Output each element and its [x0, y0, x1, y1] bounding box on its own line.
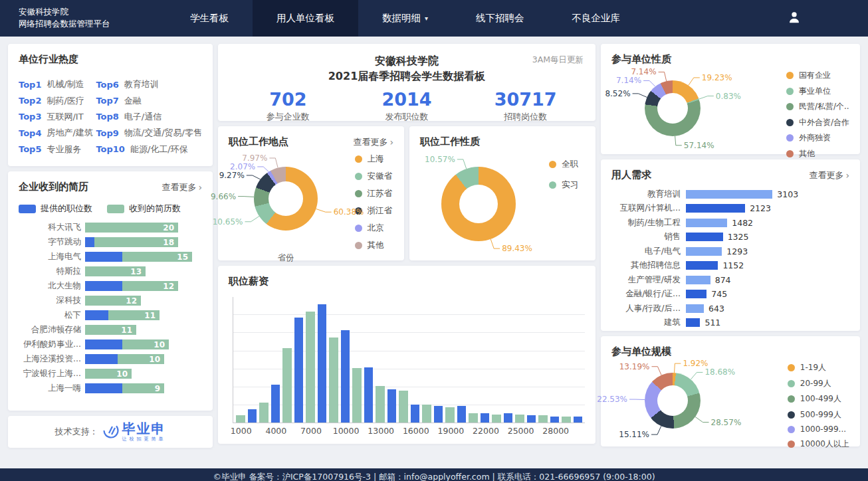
salary-bin-bar [411, 405, 420, 423]
slice-percent-label: 57.14% [684, 141, 714, 150]
table-row: 上海泾溪投资...10 [19, 354, 202, 364]
chevron-right-icon: › [389, 137, 393, 147]
salary-card: 职位薪资 10004000700010000130001600019000220… [218, 266, 596, 444]
industry-name: 金融 [124, 95, 142, 107]
demand-bar [686, 290, 706, 298]
legend-item: 1-19人 [788, 362, 849, 373]
nav-item-label: 数据明细 [382, 12, 421, 25]
legend-item: 其他 [786, 148, 849, 159]
legend-label: 1000-999... [800, 425, 846, 434]
legend-item: 北京 [355, 223, 393, 234]
legend-label: 实习 [562, 179, 578, 191]
industry-name: 能源/化工/环保 [130, 144, 188, 155]
legend-item: 收到的简历数 [107, 203, 181, 215]
table-row: 教育培训3103 [611, 189, 849, 199]
received-resumes-bar: 13 [85, 266, 146, 276]
tech-support-card: 技术支持： 毕业申 让校招更简单 [8, 416, 213, 448]
industry-name: 制药/医疗 [47, 95, 84, 107]
table-row: 特斯拉13 [19, 266, 202, 276]
resumes-view-more-link[interactable]: 查看更多› [162, 181, 202, 193]
salary-bin-bar [457, 406, 467, 423]
nav-item-label: 不良企业库 [572, 12, 621, 25]
industry-item: Top10能源/化工/环保 [96, 142, 202, 157]
nav-item-student-board[interactable]: 学生看板 [166, 0, 253, 37]
demand-category: 其他招聘信息 [611, 260, 686, 271]
demand-view-more-link[interactable]: 查看更多› [809, 169, 849, 181]
industry-name: 房地产/建筑 [47, 127, 92, 139]
slice-percent-label: 7.14% [616, 76, 641, 85]
legend-label: 全职 [562, 159, 578, 170]
table-row: 生产管理/研发874 [611, 275, 849, 284]
table-row: 字节跳动18 [19, 237, 202, 247]
legend-item: 10000人以上 [788, 438, 849, 450]
legend-label: 北京 [368, 223, 384, 234]
job-location-view-more-link[interactable]: 查看更多› [353, 136, 393, 148]
nav-item-offline-fair[interactable]: 线下招聘会 [452, 0, 548, 37]
table-row: 伊利酸奶事业...10 [19, 339, 202, 349]
industry-name: 电子/通信 [124, 111, 162, 123]
legend-label: 中外合资/合作 [799, 117, 849, 128]
legend-dot [549, 161, 556, 168]
bar-value-label: 11 [121, 326, 136, 335]
bar-value-label: 3103 [777, 189, 798, 199]
industry-item: Top6教育培训 [96, 76, 202, 92]
stacked-bar: 13 [85, 266, 146, 276]
industry-item: Top3互联网/IT [19, 109, 96, 125]
salary-bin-bar [329, 337, 338, 423]
table-row: 宁波银行上海...10 [19, 369, 202, 379]
salary-bin-bar [562, 417, 571, 423]
nav-item-employer-board[interactable]: 用人单位看板 [253, 0, 358, 37]
salary-bin-bar [434, 406, 443, 423]
chart-x-axis-label: 省份 [278, 252, 294, 264]
bar-value-label: 9 [155, 384, 164, 393]
nav-item-bad-companies[interactable]: 不良企业库 [548, 0, 645, 37]
slice-percent-label: 7.14% [631, 67, 656, 76]
salary-bin-bar [376, 386, 385, 423]
slice-percent-label: 10.57% [425, 155, 455, 164]
received-resumes-bar: 11 [85, 325, 136, 335]
user-icon[interactable] [787, 10, 802, 27]
industry-heat-title: 单位行业热度 [19, 53, 202, 66]
demand-bar [686, 233, 723, 241]
legend-dot [786, 134, 794, 142]
bar-value-label: 1152 [722, 260, 744, 270]
unit-scale-donut-chart: 1.92%18.68%28.57%15.11%22.53%13.19% [611, 358, 742, 440]
industry-item: Top1机械/制造 [19, 76, 96, 92]
salary-bin-bar [271, 385, 280, 423]
user-menu[interactable] [787, 0, 868, 37]
salary-bin-bar [504, 413, 513, 423]
stacked-bar: 20 [85, 223, 178, 233]
legend-dot [788, 411, 795, 419]
bar-value-label: 10 [116, 369, 132, 379]
slice-percent-label: 13.19% [619, 362, 650, 371]
dashboard-title: 安徽科技学院 2021届春季招聘会学生数据看板 [229, 53, 585, 84]
industry-rank: Top3 [19, 112, 41, 122]
job-location-title: 职位工作地点 [229, 136, 288, 148]
legend-item: 民营/私营/个.. [786, 101, 849, 112]
bar-value-label: 11 [144, 311, 160, 320]
demand-title: 用人需求 [611, 169, 651, 181]
legend-label: 100-499人 [800, 393, 841, 405]
legend-dot [355, 225, 362, 232]
bar-value-label: 10 [149, 355, 164, 364]
industry-rank: Top1 [19, 80, 41, 90]
nav-item-data-detail[interactable]: 数据明细▾ [358, 0, 452, 37]
bar-value-label: 12 [163, 282, 178, 291]
legend-label: 收到的简历数 [129, 203, 181, 215]
slice-percent-label: 18.68% [705, 367, 735, 377]
demand-category: 制药/生物工程 [611, 217, 686, 229]
salary-bin-bar [236, 415, 245, 423]
axis-tick-label: 4000 [265, 426, 286, 436]
received-resumes-bar: 10 [122, 339, 169, 349]
legend-label: 事业单位 [799, 86, 831, 97]
axis-tick-label: 25000 [508, 426, 534, 436]
legend-label: 上海 [368, 153, 384, 165]
legend-item: 其他 [355, 240, 393, 251]
unit-scale-legend: 1-19人20-99人100-499人500-999人1000-999...10… [788, 362, 849, 450]
received-resumes-bar: 12 [85, 296, 141, 306]
legend-dot [355, 190, 362, 197]
app-logo: 安徽科技学院 网络招聘会数据管理平台 [0, 0, 166, 37]
table-row: 松下11 [19, 310, 202, 320]
nav-item-label: 学生看板 [190, 12, 229, 25]
industry-rank: Top5 [19, 144, 41, 154]
